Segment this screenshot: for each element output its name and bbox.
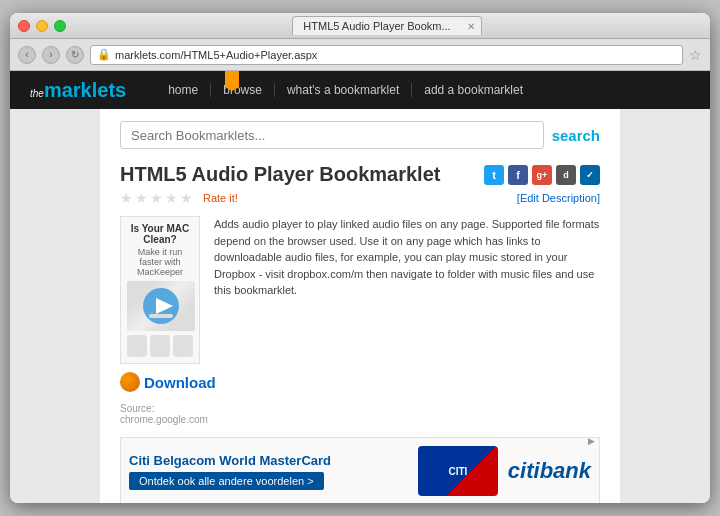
nav-whats-link[interactable]: what's a bookmarklet: [275, 83, 412, 97]
citi-left: Citi Belgacom World MasterCard Ontdek oo…: [129, 453, 408, 490]
site-navbar: the marklets home browse what's a bookma…: [10, 71, 710, 109]
svg-rect-2: [149, 314, 173, 318]
page-content: search HTML5 Audio Player Bookmarklet t …: [10, 109, 710, 503]
ad-banner[interactable]: ▶ Citi Belgacom World MasterCard Ontdek …: [120, 437, 600, 503]
citibank-logo: citibank: [508, 458, 591, 484]
ad-subtitle: Make it run faster with MacKeeper: [127, 247, 193, 277]
search-bar-row: search: [120, 121, 600, 149]
description-area: Adds audio player to play linked audio f…: [214, 216, 600, 425]
edit-description-link[interactable]: [Edit Description]: [517, 192, 600, 204]
refresh-button[interactable]: ↻: [66, 46, 84, 64]
star-2: ★: [135, 190, 148, 206]
star-1: ★: [120, 190, 133, 206]
back-button[interactable]: ‹: [18, 46, 36, 64]
inner-content: search HTML5 Audio Player Bookmarklet t …: [100, 109, 620, 503]
nav-browse-link[interactable]: browse: [211, 83, 275, 97]
mac-icons-row: [127, 335, 193, 357]
url-bar[interactable]: 🔒 marklets.com/HTML5+Audio+Player.aspx: [90, 45, 683, 65]
nav-links: home browse what's a bookmarklet add a b…: [156, 83, 535, 97]
ad-side: Is Your MAC Clean? Make it run faster wi…: [120, 216, 200, 425]
logo-area: the marklets: [30, 79, 126, 102]
citi-card-image: CITI: [418, 446, 498, 496]
search-input[interactable]: [120, 121, 544, 149]
download-button[interactable]: Download: [120, 372, 216, 392]
search-button[interactable]: search: [552, 127, 600, 144]
maximize-button[interactable]: [54, 20, 66, 32]
nav-home-link[interactable]: home: [156, 83, 211, 97]
delicious-share-icon[interactable]: ✓: [580, 165, 600, 185]
logo-marklets-text: marklets: [44, 79, 126, 102]
star-4: ★: [165, 190, 178, 206]
ad-image: [127, 281, 195, 331]
citi-sub-button[interactable]: Ontdek ook alle andere voordelen >: [129, 472, 324, 490]
rating-row: ★ ★ ★ ★ ★ Rate it! [Edit Description]: [120, 190, 600, 206]
citi-ad-title: Citi Belgacom World MasterCard: [129, 453, 408, 468]
main-content-row: Is Your MAC Clean? Make it run faster wi…: [120, 216, 600, 425]
star-3: ★: [150, 190, 163, 206]
download-label: Download: [144, 374, 216, 391]
mac-icon-1: [127, 335, 147, 357]
description-text: Adds audio player to play linked audio f…: [214, 216, 600, 299]
logo-the-text: the: [30, 88, 44, 99]
source-text: Source: chrome.google.com: [120, 403, 200, 425]
forward-button[interactable]: ›: [42, 46, 60, 64]
star-rating: ★ ★ ★ ★ ★: [120, 190, 193, 206]
star-5: ★: [180, 190, 193, 206]
nav-add-link[interactable]: add a bookmarklet: [412, 83, 535, 97]
tab-title: HTML5 Audio Player Bookm...: [303, 20, 450, 32]
close-button[interactable]: [18, 20, 30, 32]
google-share-icon[interactable]: g+: [532, 165, 552, 185]
page-title-row: HTML5 Audio Player Bookmarklet t f g+ d …: [120, 163, 600, 186]
mac-icon-2: [150, 335, 170, 357]
url-text: marklets.com/HTML5+Audio+Player.aspx: [115, 49, 317, 61]
browser-window: HTML5 Audio Player Bookm... ✕ ‹ › ↻ 🔒 ma…: [10, 13, 710, 503]
browser-tab[interactable]: HTML5 Audio Player Bookm... ✕: [292, 16, 481, 35]
download-section: Download: [120, 372, 200, 395]
mac-icon-3: [173, 335, 193, 357]
social-icons: t f g+ d ✓: [484, 165, 600, 185]
ad-flag-icon: ▶: [588, 436, 595, 446]
minimize-button[interactable]: [36, 20, 48, 32]
twitter-share-icon[interactable]: t: [484, 165, 504, 185]
facebook-share-icon[interactable]: f: [508, 165, 528, 185]
page-title: HTML5 Audio Player Bookmarklet: [120, 163, 440, 186]
tab-close-icon[interactable]: ✕: [467, 21, 475, 32]
ad-title: Is Your MAC Clean?: [127, 223, 193, 245]
rate-it-link[interactable]: Rate it!: [203, 192, 238, 204]
download-orb-icon: [120, 372, 140, 392]
title-bar: HTML5 Audio Player Bookm... ✕: [10, 13, 710, 39]
side-ad-box[interactable]: Is Your MAC Clean? Make it run faster wi…: [120, 216, 200, 364]
digg-share-icon[interactable]: d: [556, 165, 576, 185]
bookmark-star-icon[interactable]: ☆: [689, 47, 702, 63]
address-bar: ‹ › ↻ 🔒 marklets.com/HTML5+Audio+Player.…: [10, 39, 710, 71]
